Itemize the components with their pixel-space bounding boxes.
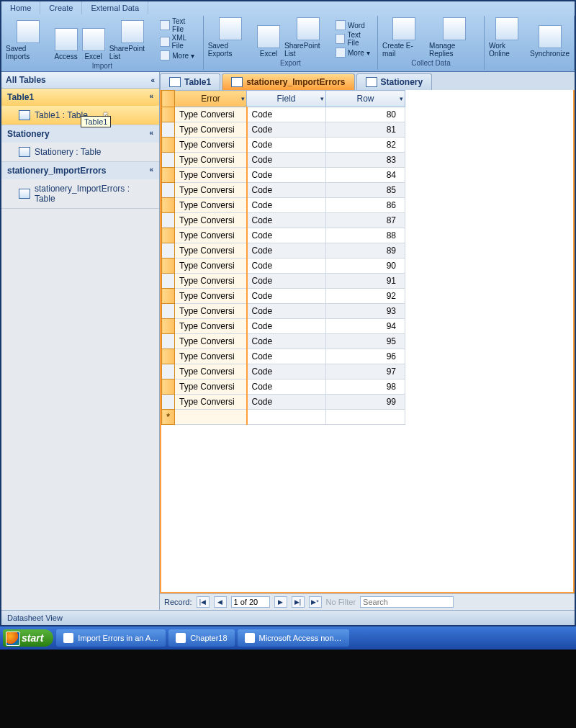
start-button[interactable]: start — [3, 629, 53, 647]
cell-error[interactable]: Type Conversi — [175, 289, 247, 304]
cell-row[interactable]: 85 — [326, 183, 405, 198]
cell-error[interactable]: Type Conversi — [175, 274, 247, 289]
cell-field[interactable]: Code — [247, 379, 326, 395]
cell-row[interactable]: 88 — [326, 228, 405, 243]
navpane-collapse-icon[interactable]: « — [150, 76, 155, 84]
column-header-row[interactable]: Row▾ — [326, 91, 405, 107]
table-row[interactable]: Type ConversiCode80 — [162, 107, 405, 122]
cell-error[interactable]: Type Conversi — [175, 168, 247, 183]
first-record-button[interactable]: |◀ — [197, 596, 210, 608]
navsection-header[interactable]: stationery_ImportErrors« — [1, 162, 159, 179]
table-row[interactable]: Type ConversiCode93 — [162, 304, 405, 319]
dropdown-icon[interactable]: ▾ — [241, 95, 245, 102]
row-selector[interactable] — [162, 274, 175, 289]
row-selector[interactable] — [162, 198, 175, 213]
table-row[interactable]: Type ConversiCode88 — [162, 228, 405, 243]
row-selector[interactable] — [162, 334, 175, 349]
row-selector[interactable] — [162, 183, 175, 198]
table-row[interactable]: Type ConversiCode92 — [162, 289, 405, 304]
table-row[interactable]: Type ConversiCode98 — [162, 379, 405, 395]
row-selector[interactable] — [162, 107, 175, 122]
work-online-button[interactable]: Work Online — [489, 17, 526, 58]
cell-field[interactable]: Code — [247, 395, 326, 410]
row-selector[interactable] — [162, 153, 175, 168]
cell-field[interactable]: Code — [247, 304, 326, 319]
row-selector[interactable] — [162, 395, 175, 410]
navsection-header[interactable]: Stationery« — [1, 125, 159, 143]
ribbon-tab-home[interactable]: Home — [1, 1, 40, 14]
navpane-header[interactable]: All Tables « — [1, 72, 159, 89]
row-selector[interactable] — [162, 213, 175, 228]
row-selector[interactable] — [162, 168, 175, 183]
cell-row[interactable]: 92 — [326, 289, 405, 304]
export-word-button[interactable]: Word — [336, 20, 373, 30]
row-selector[interactable] — [162, 243, 175, 259]
cell-row[interactable]: 80 — [326, 107, 405, 122]
cell-row[interactable]: 84 — [326, 168, 405, 183]
navitem-importerrors-table[interactable]: stationery_ImportErrors : Table — [1, 179, 159, 208]
row-selector[interactable] — [162, 228, 175, 243]
table-row[interactable]: Type ConversiCode90 — [162, 259, 405, 274]
cell-row[interactable]: 94 — [326, 319, 405, 334]
cell-error[interactable]: Type Conversi — [175, 228, 247, 243]
table-row[interactable]: Type ConversiCode97 — [162, 364, 405, 379]
cell-field[interactable]: Code — [247, 289, 326, 304]
taskbar-button[interactable]: Import Errors in an A… — [56, 629, 166, 647]
cell-row[interactable]: 81 — [326, 122, 405, 138]
new-record-row[interactable] — [162, 410, 405, 425]
cell-error[interactable]: Type Conversi — [175, 395, 247, 410]
navitem-stationery-table[interactable]: Stationery : Table — [1, 143, 159, 161]
cell-field[interactable]: Code — [247, 122, 326, 138]
cell-error[interactable]: Type Conversi — [175, 379, 247, 395]
table-row[interactable]: Type ConversiCode82 — [162, 138, 405, 153]
cell-error[interactable]: Type Conversi — [175, 319, 247, 334]
cell-field[interactable]: Code — [247, 168, 326, 183]
import-text-file-button[interactable]: Text File — [160, 17, 198, 33]
cell-row[interactable]: 97 — [326, 364, 405, 379]
row-selector[interactable] — [162, 289, 175, 304]
new-record-button[interactable]: ▶* — [309, 596, 322, 608]
row-selector[interactable] — [162, 122, 175, 138]
import-xml-file-button[interactable]: XML File — [160, 34, 198, 50]
cell-field[interactable]: Code — [247, 274, 326, 289]
taskbar-button[interactable]: Microsoft Access non… — [238, 629, 349, 647]
import-access-button[interactable]: Access — [54, 28, 77, 60]
row-selector[interactable] — [162, 259, 175, 274]
cell-row[interactable]: 96 — [326, 349, 405, 364]
record-position-input[interactable] — [231, 596, 270, 608]
ribbon-tab-create[interactable]: Create — [40, 1, 82, 14]
table-row[interactable]: Type ConversiCode86 — [162, 198, 405, 213]
cell-error[interactable]: Type Conversi — [175, 304, 247, 319]
navsection-header[interactable]: Table1« — [1, 89, 159, 106]
tab-stationery[interactable]: Stationery — [356, 73, 433, 90]
cell-error[interactable]: Type Conversi — [175, 198, 247, 213]
cell-error[interactable]: Type Conversi — [175, 364, 247, 379]
last-record-button[interactable]: ▶| — [292, 596, 305, 608]
saved-imports-button[interactable]: Saved Imports — [6, 20, 50, 60]
import-sharepoint-button[interactable]: SharePoint List — [109, 20, 156, 60]
prev-record-button[interactable]: ◀ — [214, 596, 227, 608]
cell-error[interactable]: Type Conversi — [175, 213, 247, 228]
search-input[interactable] — [360, 596, 454, 608]
next-record-button[interactable]: ▶ — [274, 596, 287, 608]
cell-field[interactable]: Code — [247, 183, 326, 198]
cell-row[interactable]: 90 — [326, 259, 405, 274]
table-row[interactable]: Type ConversiCode99 — [162, 395, 405, 410]
import-more-button[interactable]: More ▾ — [160, 50, 198, 60]
cell-row[interactable]: 91 — [326, 274, 405, 289]
cell-field[interactable]: Code — [247, 228, 326, 243]
datasheet-grid[interactable]: Error▾ Field▾ Row▾ Type ConversiCode80Ty… — [160, 90, 575, 593]
row-selector[interactable] — [162, 379, 175, 395]
manage-replies-button[interactable]: Manage Replies — [429, 17, 480, 58]
cell-field[interactable]: Code — [247, 138, 326, 153]
table-row[interactable]: Type ConversiCode95 — [162, 334, 405, 349]
table-row[interactable]: Type ConversiCode83 — [162, 153, 405, 168]
table-row[interactable]: Type ConversiCode84 — [162, 168, 405, 183]
cell-field[interactable]: Code — [247, 349, 326, 364]
dropdown-icon[interactable]: ▾ — [400, 95, 403, 102]
row-selector[interactable] — [162, 304, 175, 319]
cell-field[interactable]: Code — [247, 107, 326, 122]
cell-row[interactable]: 87 — [326, 213, 405, 228]
select-all-button[interactable] — [162, 91, 175, 107]
ribbon-tab-external-data[interactable]: External Data — [82, 1, 148, 14]
